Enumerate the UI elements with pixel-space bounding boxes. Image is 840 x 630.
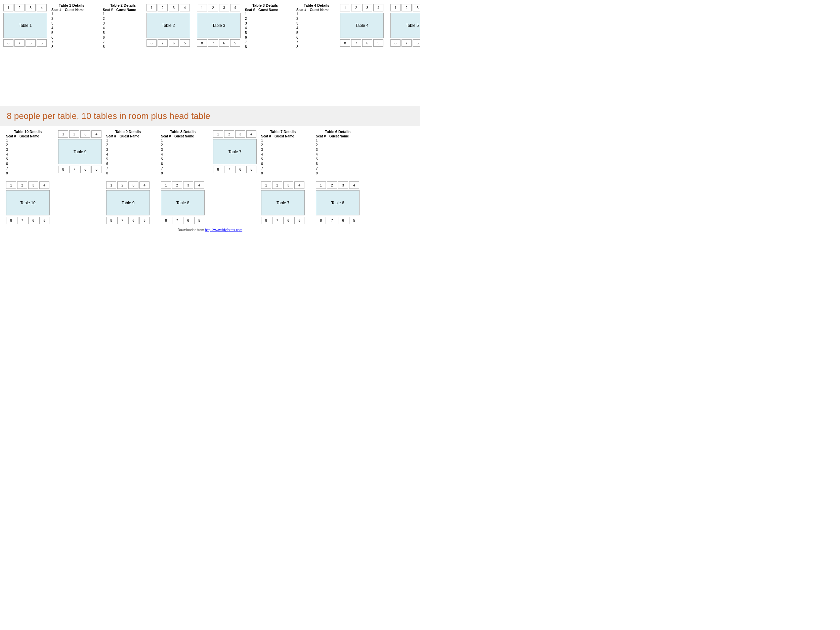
guest-header: Guest Name xyxy=(120,134,147,138)
seat-header: Seat # xyxy=(296,8,308,12)
seat: 2 xyxy=(272,182,282,189)
detail-row: 7 xyxy=(296,40,337,45)
detail-row: 5 xyxy=(161,157,205,162)
table4-group: Table 4 Details Seat # Guest Name 1 2 3 … xyxy=(294,3,385,49)
table8-group: Table 8 Details Seat # Guest Name 1 2 3 … xyxy=(158,130,208,225)
table2-top-seats: 1 2 3 4 xyxy=(147,4,190,11)
detail-row: 3 xyxy=(103,21,143,26)
footer-text: Downloaded from xyxy=(178,228,205,232)
detail-row: 6 xyxy=(103,35,143,40)
table3-bottom-seats: 8 7 6 5 xyxy=(197,39,240,47)
seat: 3 xyxy=(28,182,38,189)
detail-row: 6 xyxy=(316,162,360,166)
seat: 1 xyxy=(106,182,116,189)
detail-row: 5 xyxy=(261,157,305,162)
seat: 3 xyxy=(235,130,245,138)
table1-bottom-seats: 8 7 6 5 xyxy=(3,39,47,47)
detail-row: 6 xyxy=(261,162,305,166)
banner-text: 8 people per table, 10 tables in room pl… xyxy=(7,111,210,121)
seat: 6 xyxy=(80,166,90,173)
seat: 5 xyxy=(294,217,305,224)
table5-top-seats: 1 2 3 4 xyxy=(390,4,420,11)
seat: 2 xyxy=(224,130,234,138)
table8-details: Table 8 Details Seat # Guest Name 1 2 3 … xyxy=(161,130,205,225)
detail-row: 2 xyxy=(316,143,360,147)
table2-box: Table 2 xyxy=(147,13,190,38)
seat-header: Seat # xyxy=(261,134,273,138)
detail-row: 4 xyxy=(51,26,92,31)
seat: 8 xyxy=(161,217,171,224)
table6-group: Table 6 Details Seat # Guest Name 1 2 3 … xyxy=(313,130,363,225)
detail-row: 7 xyxy=(106,166,150,171)
detail-row: 6 xyxy=(296,35,337,40)
seat: 3 xyxy=(338,182,348,189)
seat: 8 xyxy=(340,39,350,47)
table1-box: Table 1 xyxy=(3,13,47,38)
detail-row: 8 xyxy=(245,45,285,49)
detail-row: 6 xyxy=(6,162,50,166)
table10-details: Table 10 Details Seat # Guest Name 1 2 3… xyxy=(6,130,50,225)
table3-diagram: 1 2 3 4 Table 3 8 7 6 5 xyxy=(197,3,241,47)
table10-details-header: Seat # Guest Name xyxy=(6,134,50,138)
table10-details-title: Table 10 Details xyxy=(6,130,50,134)
seat: 2 xyxy=(158,4,168,11)
seat: 1 xyxy=(213,130,223,138)
seat: 2 xyxy=(14,4,25,11)
guest-header: Guest Name xyxy=(65,8,92,12)
table4-diagram: 1 2 3 4 Table 4 8 7 6 5 xyxy=(340,3,384,47)
seat: 3 xyxy=(183,182,193,189)
seat: 4 xyxy=(246,130,256,138)
seat: 8 xyxy=(261,217,271,224)
detail-row: 5 xyxy=(296,31,337,35)
seat: 6 xyxy=(25,39,36,47)
seat: 7 xyxy=(224,166,234,173)
table6-box: Table 6 xyxy=(316,190,360,215)
seat: 2 xyxy=(401,4,412,11)
seat: 4 xyxy=(36,4,47,11)
detail-row: 7 xyxy=(6,166,50,171)
table3-details-title: Table 3 Details xyxy=(245,3,285,7)
detail-row: 3 xyxy=(296,21,337,26)
table10-bottom-seats: 8 7 6 5 xyxy=(6,217,50,224)
page: 1 2 3 4 Table 1 8 7 6 5 Table 1 Details … xyxy=(0,0,420,234)
detail-row: 3 xyxy=(261,147,305,152)
seat-header: Seat # xyxy=(103,8,115,12)
table9-details: Table 9 Details Seat # Guest Name 1 2 3 … xyxy=(106,130,150,225)
seat: 6 xyxy=(338,217,348,224)
detail-row: 7 xyxy=(316,166,360,171)
table7-group: 1 2 3 4 Table 7 8 7 6 5 Table 7 Details … xyxy=(213,130,308,225)
seat: 5 xyxy=(180,39,190,47)
seat-header: Seat # xyxy=(51,8,63,12)
table9-details-title: Table 9 Details xyxy=(106,130,150,134)
seat: 4 xyxy=(139,182,150,189)
guest-header: Guest Name xyxy=(310,8,337,12)
seat: 1 xyxy=(3,4,13,11)
seat: 4 xyxy=(349,182,359,189)
detail-row: 7 xyxy=(103,40,143,45)
footer-link[interactable]: http://www.tidyforms.com xyxy=(205,228,242,232)
detail-row: 4 xyxy=(245,26,285,31)
seat: 6 xyxy=(413,39,420,47)
seat: 6 xyxy=(183,217,193,224)
detail-row: 5 xyxy=(51,31,92,35)
detail-row: 3 xyxy=(6,147,50,152)
seat: 1 xyxy=(161,182,171,189)
table4-details-title: Table 4 Details xyxy=(296,3,337,7)
seat: 7 xyxy=(117,217,127,224)
detail-row: 1 xyxy=(106,138,150,143)
seat: 7 xyxy=(351,39,361,47)
detail-row: 2 xyxy=(261,143,305,147)
detail-row: 8 xyxy=(261,171,305,176)
seat: 2 xyxy=(17,182,27,189)
table1-group: 1 2 3 4 Table 1 8 7 6 5 Table 1 Details … xyxy=(3,3,95,49)
seat: 2 xyxy=(327,182,337,189)
table5-diagram: 1 2 3 4 Table 5 8 7 6 5 xyxy=(390,3,420,47)
table9b-top-seats: 1 2 3 4 xyxy=(106,182,150,189)
detail-row: 7 xyxy=(261,166,305,171)
seat: 7 xyxy=(327,217,337,224)
seat: 4 xyxy=(39,182,49,189)
bottom-tables-row: Table 10 Details Seat # Guest Name 1 2 3… xyxy=(0,126,420,226)
seat: 8 xyxy=(197,39,207,47)
seat: 1 xyxy=(58,130,68,138)
detail-row: 8 xyxy=(51,45,92,49)
